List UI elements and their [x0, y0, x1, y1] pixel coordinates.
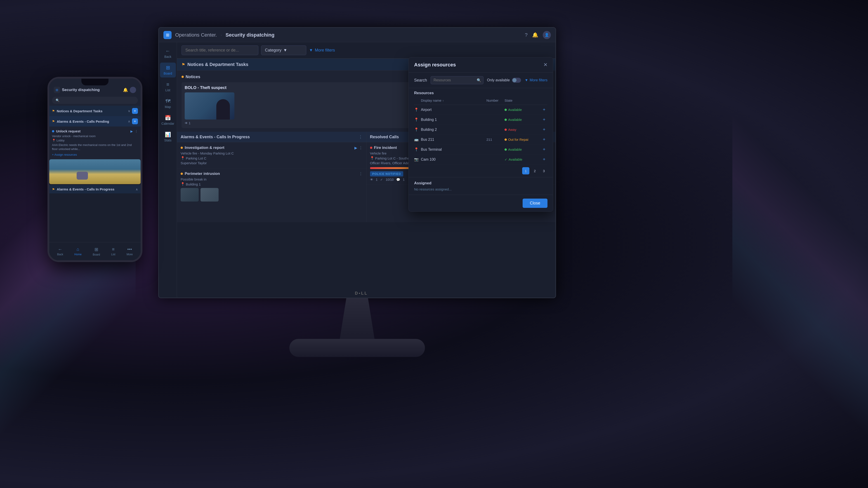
camera-icon-cam100: 📷 [414, 157, 421, 162]
sidebar-calendar-label: Calendar [161, 122, 174, 125]
resource-state-building1: Available [504, 118, 541, 122]
resource-add-airport[interactable]: + [541, 107, 548, 112]
sidebar-item-calendar[interactable]: 📅 Calendar [160, 113, 176, 128]
phone-nav-home[interactable]: ⌂ Home [72, 245, 84, 258]
phone-nav-board[interactable]: ⊞ Board [90, 245, 103, 258]
phone-task-body: AAA Electric needs the mechanical rooms … [52, 143, 138, 151]
help-icon[interactable]: ? [525, 32, 528, 38]
phone: ⊞ Security dispatching 🔔 🔍 ⚑ Notices & D… [48, 77, 143, 262]
resource-state-building2: Away [504, 128, 541, 131]
panel-footer: Close [409, 195, 553, 212]
phone-nav-more[interactable]: ••• More [124, 245, 135, 258]
sidebar-back-label: Back [164, 55, 171, 59]
section-title-notices: Notices & Department Tasks [187, 62, 248, 67]
resource-row-building1: 📍 Building 1 Available + [414, 115, 548, 125]
notices-label: Notices [186, 74, 200, 79]
phone-bottom-nav: ← Back ⌂ Home ⊞ Board ≡ List ••• More [49, 242, 141, 260]
sidebar-item-board[interactable]: ⊞ Board [160, 63, 176, 77]
phone-assign-resources-button[interactable]: + Assign resources [52, 153, 138, 156]
sidebar-item-list[interactable]: ≡ List [160, 79, 176, 94]
phone-add-notices-button[interactable]: + [132, 108, 138, 114]
app-separator: · [221, 32, 222, 38]
phone-back-icon: ← [58, 247, 62, 252]
phone-app-icon: ⊞ [54, 87, 60, 93]
titlebar-actions: ? 🔔 👤 [525, 31, 551, 39]
assign-close-button[interactable]: ✕ [544, 62, 548, 68]
sidebar-item-back[interactable]: ← Back [160, 46, 176, 61]
location-icon-fire: 📍 [370, 156, 374, 160]
perimeter-thumb-2 [200, 188, 219, 201]
phone-task-kebab[interactable]: ⋮ [135, 129, 138, 133]
phone-bell-icon[interactable]: 🔔 [123, 88, 128, 92]
comments-icon: 💬 [396, 178, 400, 182]
location-icon-2: 📍 [181, 182, 185, 186]
page-btn-3[interactable]: 3 [540, 167, 548, 174]
user-avatar[interactable]: 👤 [543, 31, 551, 39]
col-display-name[interactable]: Display name ↑ [421, 98, 487, 102]
resources-section-label: Resources [414, 88, 548, 96]
sidebar-board-label: Board [164, 72, 172, 75]
phone-section-notices[interactable]: ⚑ Notices & Department Tasks ∨ + [49, 106, 141, 116]
phone-chevron-icon: ∨ [128, 109, 130, 113]
person-silhouette [216, 99, 230, 120]
assign-more-filters-button[interactable]: ▼ More filters [525, 78, 548, 82]
resource-add-building1[interactable]: + [541, 117, 548, 122]
more-filters-button[interactable]: ▼ More filters [309, 48, 335, 53]
phone-in-progress-title: Alarms & Events - Calls In Progress [57, 187, 134, 191]
no-resources-text: No resources assigned... [414, 187, 548, 191]
column-kebab-in-progress[interactable]: ⋮ [359, 134, 363, 139]
task-perimeter-kebab[interactable]: ⋮ [359, 172, 363, 176]
task-perimeter-title: Perimeter intrusion [185, 171, 357, 176]
phone-section-calls-pending[interactable]: ⚑ Alarms & Events - Calls Pending ∧ + [49, 116, 141, 127]
state-dot-building1 [504, 119, 507, 121]
sidebar-item-map[interactable]: 🗺 Map [160, 96, 176, 111]
resource-add-building2[interactable]: + [541, 127, 548, 132]
phone-nav-list[interactable]: ≡ List [108, 245, 118, 258]
phone-avatar[interactable] [130, 87, 136, 93]
monitor-screen: ⊞ Operations Center. · Security dispatch… [158, 27, 556, 298]
phone-task-image [49, 159, 141, 184]
only-available-toggle[interactable] [512, 78, 521, 83]
col-number-header: Number [487, 98, 504, 102]
close-button[interactable]: Close [523, 199, 548, 208]
phone-board-label: Board [93, 253, 100, 256]
task-investigation-location: 📍 Parking Lot C [181, 156, 363, 160]
task-investigation-person: Supervisor Taylor [181, 161, 363, 165]
page-btn-2[interactable]: 2 [531, 167, 538, 174]
app-name: Operations Center. [175, 32, 217, 38]
page-btn-1[interactable]: 1 [522, 167, 529, 174]
back-icon: ← [165, 48, 170, 54]
category-select[interactable]: Category ▼ [261, 45, 306, 55]
resources-table: Resources Display name ↑ Number State 📍 … [409, 88, 553, 164]
assign-search-input[interactable] [431, 76, 483, 84]
phone-location-icon: 📍 [52, 139, 56, 142]
phone-in-progress-icon: ⚑ [52, 188, 55, 191]
sort-arrow-icon: ↑ [442, 99, 444, 102]
lobby-chair [76, 172, 88, 180]
task-perimeter-header: Perimeter intrusion ⋮ [181, 171, 363, 176]
phone-home-label: Home [74, 253, 82, 256]
views-icon: 👁 [370, 178, 373, 182]
resource-add-busterminal[interactable]: + [541, 147, 548, 152]
bell-icon[interactable]: 🔔 [532, 32, 538, 38]
monitor-stand [339, 298, 375, 344]
phone-notices-icon: ⚑ [52, 109, 55, 113]
sidebar-item-stats[interactable]: 📊 Stats [160, 129, 176, 144]
phone-task-dot [52, 130, 54, 132]
phone-section-in-progress[interactable]: ⚑ Alarms & Events - Calls In Progress ∧ [49, 185, 141, 193]
resource-add-cam100[interactable]: + [541, 157, 548, 162]
phone-notch [81, 78, 108, 86]
search-input[interactable] [182, 45, 258, 55]
phone-task-play-icon[interactable]: ▶ [130, 129, 133, 133]
task-perimeter-sub: Possible break in [181, 177, 363, 181]
resource-state-bus211: Out for Repai [504, 138, 541, 141]
only-available-label: Only available [487, 78, 510, 82]
phone-add-calls-button[interactable]: + [132, 119, 138, 124]
task-investigation-sub: Vehicle fire - Monday Parking Lot C [181, 151, 363, 155]
resource-add-bus211[interactable]: + [541, 137, 548, 142]
phone-nav-back[interactable]: ← Back [55, 245, 66, 258]
task-card-investigation: Investigation & report ▶ ⋮ Vehicle fire … [177, 142, 366, 168]
resource-state-cam100: ✓ Available [504, 158, 541, 161]
task-kebab[interactable]: ⋮ [359, 146, 363, 150]
task-play-icon[interactable]: ▶ [354, 146, 357, 150]
